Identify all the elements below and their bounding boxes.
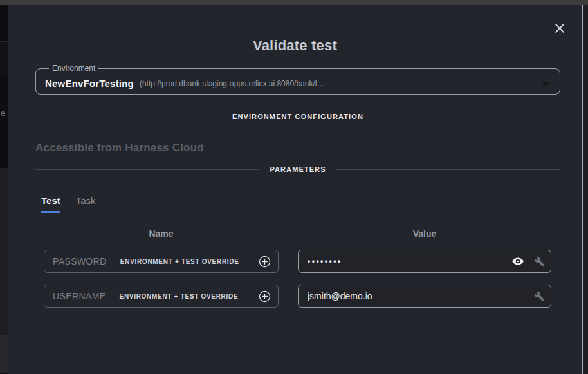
- parameter-name: USERNAME: [53, 291, 106, 301]
- browser-top-bar: [0, 0, 588, 5]
- environment-configuration-label: ENVIRONMENT CONFIGURATION: [232, 113, 363, 120]
- background-segment: [0, 5, 8, 42]
- plus-circle-icon: [259, 256, 271, 268]
- clipped-background-text: e.: [1, 109, 7, 118]
- username-value[interactable]: jsmith@demo.io: [308, 291, 534, 301]
- username-value-field[interactable]: jsmith@demo.io: [298, 285, 551, 308]
- table-row: USERNAME ENVIRONMENT + TEST OVERRIDE jsm…: [44, 285, 551, 308]
- configure-value-button[interactable]: [534, 291, 545, 302]
- environment-select-label: Environment: [49, 64, 98, 73]
- divider-line: [336, 169, 560, 170]
- background-segment: [0, 42, 8, 75]
- validate-test-dialog: Validate test Environment NewEnvForTesti…: [8, 5, 582, 374]
- background-segment: e.: [0, 75, 8, 168]
- divider-line: [35, 169, 259, 170]
- tab-test[interactable]: Test: [41, 195, 60, 213]
- plus-circle-icon: [259, 290, 271, 303]
- divider-line: [374, 117, 560, 117]
- environment-selected-name: NewEnvForTesting: [45, 78, 134, 89]
- environment-select[interactable]: Environment NewEnvForTesting (http://pro…: [35, 64, 560, 95]
- wrench-icon: [534, 256, 545, 267]
- close-button[interactable]: [553, 22, 566, 35]
- password-value-field[interactable]: ••••••••: [298, 250, 551, 273]
- background-right-strip: [583, 5, 588, 374]
- parameters-label: PARAMETERS: [270, 165, 326, 173]
- scrollbar[interactable]: [582, 5, 583, 374]
- parameters-header-row: Name Value: [44, 229, 551, 239]
- background-segment: [0, 168, 8, 335]
- username-name-field[interactable]: USERNAME ENVIRONMENT + TEST OVERRIDE: [44, 285, 279, 308]
- override-badge: ENVIRONMENT + TEST OVERRIDE: [120, 293, 239, 300]
- password-value[interactable]: ••••••••: [308, 257, 511, 266]
- tab-task[interactable]: Task: [76, 195, 96, 213]
- parameters-tabs: Test Task: [41, 195, 560, 213]
- chevron-down-icon: [542, 82, 549, 86]
- column-header-value: Value: [298, 229, 551, 239]
- wrench-icon: [534, 291, 545, 302]
- parameters-divider: PARAMETERS: [35, 165, 560, 173]
- table-row: PASSWORD ENVIRONMENT + TEST OVERRIDE •••…: [44, 250, 551, 273]
- divider-line: [35, 117, 222, 117]
- environment-configuration-divider: ENVIRONMENT CONFIGURATION: [35, 113, 560, 120]
- environment-selected-url: (http://prod.dbank.staging-apps.relicx.a…: [140, 79, 325, 88]
- close-icon: [555, 23, 565, 33]
- parameter-name: PASSWORD: [53, 256, 107, 266]
- show-password-button[interactable]: [511, 255, 524, 268]
- background-app-strip: e.: [0, 5, 8, 374]
- background-segment: [0, 335, 8, 373]
- add-override-button[interactable]: [258, 255, 271, 268]
- environment-access-banner: Accessible from Harness Cloud: [35, 142, 560, 154]
- override-badge: ENVIRONMENT + TEST OVERRIDE: [120, 258, 239, 265]
- dialog-title: Validate test: [8, 37, 582, 54]
- add-override-button[interactable]: [258, 290, 271, 303]
- eye-icon: [511, 255, 524, 268]
- configure-value-button[interactable]: [534, 256, 545, 267]
- column-header-name: Name: [44, 229, 279, 239]
- password-name-field[interactable]: PASSWORD ENVIRONMENT + TEST OVERRIDE: [44, 250, 279, 273]
